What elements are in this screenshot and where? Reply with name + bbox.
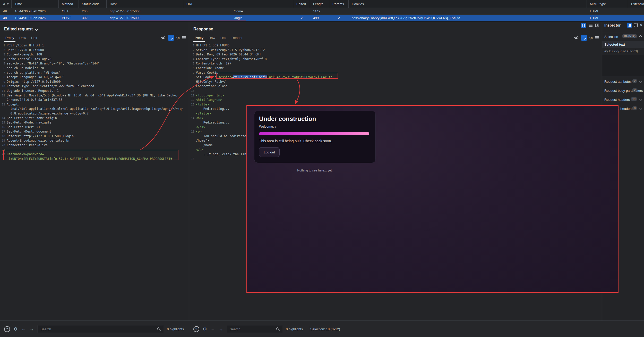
- cell-id: 48: [0, 15, 12, 21]
- inspector-section-request-attributes[interactable]: Request attributes2: [602, 77, 644, 86]
- previous-match-icon[interactable]: ←: [21, 326, 26, 332]
- cell-url: /login: [183, 15, 293, 21]
- column-header-host[interactable]: Host: [107, 0, 183, 8]
- hide-matches-icon[interactable]: [161, 35, 166, 41]
- code-line: 10: [189, 89, 602, 93]
- popup-message: This area is still being built. Check ba…: [259, 139, 371, 143]
- column-header-time[interactable]: Time: [12, 0, 59, 8]
- code-line: 12User-Agent: Mozilla/5.0 (Windows NT 10…: [0, 93, 189, 98]
- column-header-cookies[interactable]: Cookies: [349, 0, 587, 8]
- sort-descending-icon[interactable]: [634, 23, 638, 28]
- logout-button[interactable]: Log out: [259, 147, 280, 157]
- column-header--[interactable]: #: [0, 0, 12, 8]
- decoded-section: Decoded from: Base64 {"user":"\\"}: [602, 55, 644, 76]
- cell-time: 10:44:36 9 Feb 2026: [12, 8, 59, 14]
- tab-hex[interactable]: Hex: [219, 35, 228, 42]
- show-newlines-icon[interactable]: \n: [176, 36, 180, 40]
- previous-match-icon[interactable]: ←: [210, 326, 215, 332]
- search-icon: [276, 327, 280, 331]
- next-match-icon[interactable]: →: [29, 326, 34, 332]
- code-line: 4Content-Type: text/html; charset=utf-8: [189, 57, 602, 62]
- inspector-section-selection[interactable]: Selection 18 (0x12): [602, 32, 644, 41]
- panel-splitter[interactable]: [189, 21, 189, 320]
- request-editor[interactable]: 1POST /login HTTP/1.12Host: 127.0.0.1:50…: [0, 43, 189, 161]
- response-editor-toolbar: \n: [574, 35, 599, 41]
- request-editor-toolbar: \n: [161, 35, 186, 41]
- tab-pretty[interactable]: Pretty: [193, 35, 205, 42]
- table-row-49[interactable]: 4910:44:36 9 Feb 2026GET200http://127.0.…: [0, 8, 644, 15]
- column-header-length[interactable]: Length: [310, 0, 329, 8]
- popup-footer-text: Nothing to see here... yet.: [254, 169, 376, 172]
- tab-raw[interactable]: Raw: [18, 35, 27, 42]
- sort-icon: [7, 3, 9, 5]
- cell-params: ✓: [329, 15, 349, 21]
- response-panel-title: Response: [193, 27, 213, 31]
- code-line: 3Content-Length: 108: [0, 52, 189, 57]
- view-layout-toolbar: [581, 23, 599, 28]
- popup-welcome-text: Welcome, \: [259, 125, 371, 128]
- inspector-panes-icon[interactable]: [627, 23, 632, 28]
- editor-menu-icon[interactable]: [182, 36, 186, 40]
- cell-mime: HTML: [587, 15, 628, 21]
- request-panel-title[interactable]: Edited request: [4, 27, 38, 31]
- cell-method: POST: [59, 15, 79, 21]
- tab-raw[interactable]: Raw: [207, 35, 217, 42]
- column-header-url[interactable]: URL: [183, 0, 293, 8]
- inspector-section-request-headers[interactable]: Request headers19: [602, 95, 644, 104]
- inspector-section-request-body-parameters[interactable]: Request body parameters2: [602, 86, 644, 95]
- code-line: HttpOnly; Path=/: [189, 80, 602, 84]
- section-count-badge: 19: [631, 97, 637, 101]
- cell-edited: [293, 8, 310, 14]
- code-line: 20Connection: keep-alive: [0, 143, 189, 148]
- response-panel-title-label: Response: [193, 27, 213, 31]
- column-header-edited[interactable]: Edited: [293, 0, 310, 8]
- code-line: 11<!doctype html>: [189, 93, 602, 98]
- table-body: 4910:44:36 9 Feb 2026GET200http://127.0.…: [0, 8, 644, 21]
- code-line: 1POST /login HTTP/1.1: [0, 43, 189, 48]
- next-match-icon[interactable]: →: [219, 326, 223, 332]
- code-line: 9Origin: http://127.0.0.1:5000: [0, 80, 189, 84]
- tab-hex[interactable]: Hex: [30, 35, 38, 42]
- response-search-input[interactable]: [229, 327, 276, 331]
- search-icon: [157, 327, 161, 331]
- gear-icon[interactable]: ⚙: [203, 326, 207, 332]
- section-count-badge: 2: [632, 79, 637, 83]
- request-search-input[interactable]: [40, 327, 157, 331]
- column-header-method[interactable]: Method: [59, 0, 79, 8]
- response-highlights-count: 0 highlights: [286, 327, 303, 331]
- column-header-status-code[interactable]: Status code: [79, 0, 107, 8]
- cell-mime: HTML: [587, 8, 628, 14]
- tab-pretty[interactable]: Pretty: [4, 35, 15, 42]
- http-history-table: #TimeMethodStatus codeHostURLEditedLengt…: [0, 0, 644, 21]
- chevron-down-icon: [639, 107, 642, 110]
- code-line: 15Sec-Fetch-Mode: navigate: [0, 120, 189, 125]
- editor-menu-icon[interactable]: [595, 36, 599, 40]
- pause-updates-icon[interactable]: [581, 23, 586, 28]
- gear-icon[interactable]: ⚙: [14, 326, 18, 332]
- code-line: 0.8,application/signed-exchange;v=b3;q=0…: [0, 111, 189, 116]
- chevron-up-icon: [639, 35, 642, 38]
- show-newlines-icon[interactable]: \n: [589, 36, 593, 40]
- wrap-lines-icon[interactable]: [581, 35, 587, 41]
- column-header-mime-type[interactable]: MIME type: [587, 0, 628, 8]
- cell-host: http://127.0.0.1:5000: [107, 8, 183, 14]
- stacked-view-icon[interactable]: [589, 23, 593, 28]
- split-view-icon[interactable]: [595, 23, 599, 28]
- code-line: text/html,application/xhtml+xml,applicat…: [0, 107, 189, 111]
- response-search-box: [227, 325, 282, 333]
- column-header-extension[interactable]: Extension: [628, 0, 644, 8]
- help-icon[interactable]: ?: [193, 326, 199, 332]
- popup-title: Under construction: [259, 115, 371, 122]
- hide-matches-icon[interactable]: [574, 35, 579, 41]
- column-header-params[interactable]: Params: [329, 0, 349, 8]
- chevron-down-icon: [639, 98, 642, 101]
- code-line: 8Accept-Language: ko-KR,ko;q=0.9: [0, 75, 189, 80]
- selection-label: Selection: [604, 35, 618, 39]
- code-line: 18Referer: http://127.0.0.1:5000/login: [0, 134, 189, 139]
- help-icon[interactable]: ?: [4, 326, 10, 332]
- close-icon[interactable]: ×: [640, 23, 642, 28]
- table-header-row: #TimeMethodStatus codeHostURLEditedLengt…: [0, 0, 644, 8]
- wrap-lines-icon[interactable]: [168, 35, 174, 41]
- code-line: 7Vary: Cookie: [189, 71, 602, 75]
- tab-render[interactable]: Render: [230, 35, 244, 42]
